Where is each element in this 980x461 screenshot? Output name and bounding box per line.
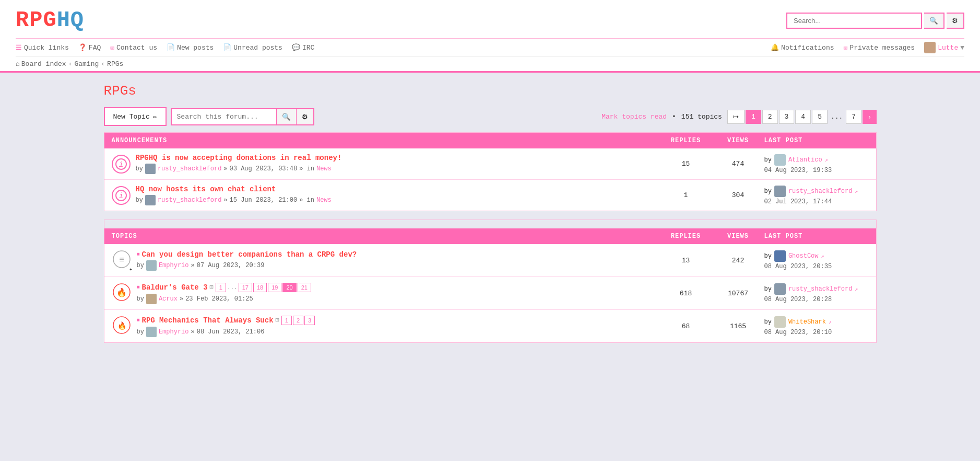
goto-topic-icon-1[interactable]: ↗ [821, 253, 824, 259]
announcements-header: ANNOUNCEMENTS REPLIES VIEWS LAST POST [104, 133, 876, 148]
author-rusty-2[interactable]: rusty_shackleford [158, 197, 221, 204]
announcement-body: RPGHQ is now accepting donations in real… [136, 154, 342, 174]
announcement-left-2: i HQ now hosts its own chat client by ru… [112, 185, 660, 205]
username[interactable]: Lutte [938, 44, 958, 52]
poster-rusty-topic[interactable]: rusty_shackleford [788, 285, 852, 293]
mini-page-1-btn[interactable]: 1 [216, 283, 226, 292]
author-emphyrio-3[interactable]: Emphyrio [159, 328, 189, 336]
search-forum-settings-button[interactable]: ⚙ [296, 109, 313, 124]
search-forum-button[interactable]: 🔍 [276, 109, 296, 124]
mini-page-19-btn[interactable]: 19 [268, 283, 281, 292]
avatar-emphyrio-3 [146, 327, 157, 337]
announcement-views-1: 474 [712, 160, 764, 168]
poster-rusty-2[interactable]: rusty_shackleford [788, 188, 852, 195]
avatar-atlantico [774, 154, 786, 166]
header-search: 🔍 ⚙ [786, 13, 964, 29]
author-rusty-1[interactable]: rusty_shackleford [158, 165, 221, 172]
mini-page-20-btn[interactable]: 20 [282, 283, 296, 292]
poster-whiteshark[interactable]: WhiteShark [788, 318, 826, 326]
poster-atlantico[interactable]: Atlantico [788, 156, 822, 164]
pagination-next-button[interactable]: › [863, 110, 876, 124]
site-logo[interactable]: RPGHQ [16, 8, 84, 33]
nav-quick-links[interactable]: ☰ Quick links [16, 43, 69, 52]
topic3-page-2-btn[interactable]: 2 [293, 316, 303, 325]
nav-private-messages[interactable]: ✉ Private messages [844, 43, 915, 52]
category-news-1[interactable]: News [316, 165, 332, 172]
page-5-button[interactable]: 5 [812, 110, 828, 124]
nav-irc[interactable]: 💬 IRC [292, 43, 314, 52]
topic-left-1: ≡ ✦ ■ Can you design better companions t… [112, 249, 660, 271]
category-news-2[interactable]: News [316, 197, 332, 204]
topic-title-2[interactable]: Baldur's Gate 3 [142, 283, 208, 292]
svg-text:🔥: 🔥 [116, 287, 127, 298]
goto-post-icon-1[interactable]: ↗ [825, 157, 828, 163]
pagination-first-button[interactable]: ↦ [727, 110, 745, 124]
topic-status-icon-2: 🔥 [112, 282, 132, 304]
topic-last-post-time-2: 08 Aug 2023, 20:28 [764, 296, 869, 303]
author-emphyrio-1[interactable]: Emphyrio [159, 262, 189, 269]
announcement-icon-2: i [112, 186, 131, 205]
author-acrux[interactable]: Acrux [159, 295, 178, 303]
svg-text:i: i [119, 160, 123, 169]
poster-ghostcow[interactable]: GhostCow [788, 252, 819, 260]
topic-status-icon-3: 🔥 [112, 315, 132, 337]
topic-status-icon-1: ≡ ✦ [112, 249, 132, 271]
avatar-rusty-topic [774, 283, 786, 295]
page-1-button[interactable]: 1 [746, 110, 761, 124]
goto-topic-icon-2[interactable]: ↗ [855, 286, 858, 292]
page-7-button[interactable]: 7 [846, 110, 861, 124]
svg-text:≡: ≡ [119, 256, 124, 265]
topic-title-1[interactable]: Can you design better companions than a … [142, 250, 357, 259]
mini-page-21-btn[interactable]: 21 [298, 283, 311, 292]
search-button[interactable]: 🔍 [924, 13, 944, 29]
breadcrumb-sep-1: ‹ [68, 60, 73, 68]
new-topic-button[interactable]: New Topic ✏ [104, 107, 167, 126]
announcement-row-2: i HQ now hosts its own chat client by ru… [104, 180, 876, 211]
nav-faq[interactable]: ❓ FAQ [78, 43, 101, 52]
avatar-rusty-1 [145, 164, 156, 174]
search-settings-button[interactable]: ⚙ [947, 13, 964, 29]
nav-notifications[interactable]: 🔔 Notifications [771, 43, 834, 52]
bell-icon: 🔔 [771, 43, 779, 52]
topic-body-2: ■ Baldur's Gate 3 ⊡ 1 ... 17 18 19 20 21 [137, 283, 311, 304]
logo-rpg: RPG [16, 8, 57, 33]
search-forum-wrap: 🔍 ⚙ [171, 108, 314, 125]
mini-page-17-btn[interactable]: 17 [239, 283, 252, 292]
dropdown-arrow-icon[interactable]: ▼ [960, 44, 964, 52]
nav-contact[interactable]: ✉ Contact us [110, 43, 157, 52]
topic-replies-2: 618 [660, 290, 712, 297]
search-forum-input[interactable] [172, 109, 276, 124]
page-3-button[interactable]: 3 [779, 110, 795, 124]
breadcrumb-rpgs[interactable]: RPGs [107, 60, 123, 68]
mark-topics-read-link[interactable]: Mark topics read [601, 113, 667, 121]
mini-page-18-btn[interactable]: 18 [253, 283, 267, 292]
topic-body-1: ■ Can you design better companions than … [137, 250, 357, 271]
goto-post-icon-2[interactable]: ↗ [855, 188, 858, 194]
user-menu[interactable]: Lutte ▼ [924, 42, 964, 53]
breadcrumb-gaming[interactable]: Gaming [74, 60, 99, 68]
avatar-ghostcow [774, 250, 786, 262]
topics-replies-header: REPLIES [660, 233, 712, 240]
topics-header: TOPICS REPLIES VIEWS LAST POST [104, 228, 876, 244]
breadcrumb: ⌂ Board index ‹ Gaming ‹ RPGs [16, 56, 964, 71]
announcement-title-2[interactable]: HQ now hosts its own chat client [136, 185, 332, 193]
announcement-meta-1: by rusty_shackleford » 03 Aug 2023, 03:4… [136, 164, 342, 174]
header-logo-bar: RPGHQ 🔍 ⚙ [16, 0, 964, 38]
nav-new-posts[interactable]: 📄 New posts [167, 43, 214, 52]
avatar-emphyrio-1 [146, 260, 157, 271]
page-title: RPGs [104, 83, 877, 99]
goto-topic-icon-3[interactable]: ↗ [829, 319, 832, 325]
topic3-page-1-btn[interactable]: 1 [281, 316, 292, 325]
copy-icon-2: ⊡ [210, 283, 214, 291]
page-2-button[interactable]: 2 [762, 110, 778, 124]
topic-last-post-1: by GhostCow ↗ 08 Aug 2023, 20:35 [764, 250, 869, 270]
logo-hq: HQ [57, 8, 84, 33]
nav-unread-posts[interactable]: 📄 Unread posts [223, 43, 282, 52]
breadcrumb-board-index[interactable]: ⌂ Board index [16, 60, 66, 68]
topic3-page-3-btn[interactable]: 3 [304, 316, 315, 325]
search-input[interactable] [786, 13, 922, 29]
page-4-button[interactable]: 4 [795, 110, 811, 124]
topic-title-3[interactable]: RPG Mechanics That Always Suck [142, 316, 274, 325]
announcement-title-1[interactable]: RPGHQ is now accepting donations in real… [136, 154, 342, 162]
topics-section: TOPICS REPLIES VIEWS LAST POST ≡ ✦ [104, 220, 877, 343]
